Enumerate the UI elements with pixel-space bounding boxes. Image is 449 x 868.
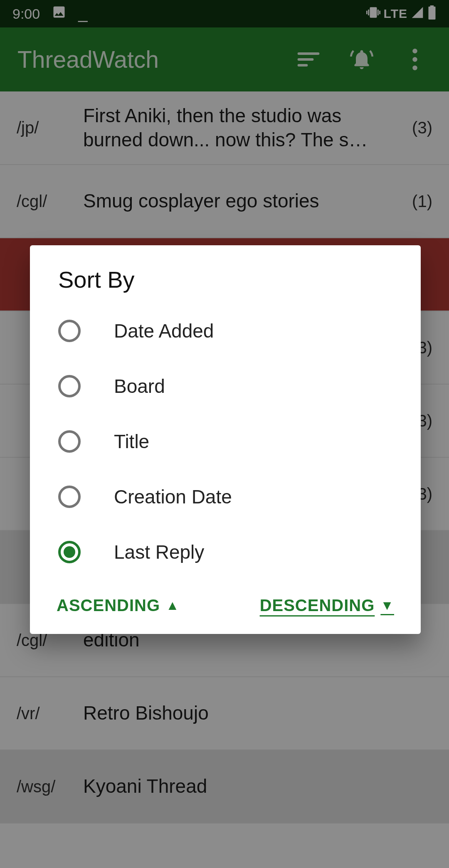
dialog-title: Sort By	[30, 266, 421, 303]
sort-option[interactable]: Date Added	[30, 303, 421, 358]
sort-dialog: Sort By Date AddedBoardTitleCreation Dat…	[30, 245, 421, 634]
sort-option-label: Date Added	[114, 320, 214, 342]
sort-option[interactable]: Board	[30, 358, 421, 414]
descending-label: DESCENDING	[260, 596, 375, 615]
sort-option[interactable]: Creation Date	[30, 469, 421, 524]
ascending-arrow-icon: ▲	[166, 598, 180, 613]
descending-button[interactable]: DESCENDING ▼	[260, 596, 394, 615]
sort-option-label: Creation Date	[114, 486, 232, 508]
radio-icon	[58, 541, 81, 563]
ascending-button[interactable]: ASCENDING ▲	[57, 596, 180, 615]
radio-icon	[58, 430, 81, 453]
sort-option-label: Last Reply	[114, 541, 204, 563]
sort-option-label: Title	[114, 430, 149, 453]
dialog-actions: ASCENDING ▲ DESCENDING ▼	[30, 579, 421, 624]
radio-icon	[58, 320, 81, 342]
radio-icon	[58, 375, 81, 397]
sort-option-label: Board	[114, 375, 165, 397]
sort-option[interactable]: Last Reply	[30, 524, 421, 579]
ascending-label: ASCENDING	[57, 596, 160, 615]
descending-arrow-icon: ▼	[380, 598, 394, 613]
sort-options: Date AddedBoardTitleCreation DateLast Re…	[30, 303, 421, 579]
sort-option[interactable]: Title	[30, 414, 421, 469]
radio-icon	[58, 486, 81, 508]
